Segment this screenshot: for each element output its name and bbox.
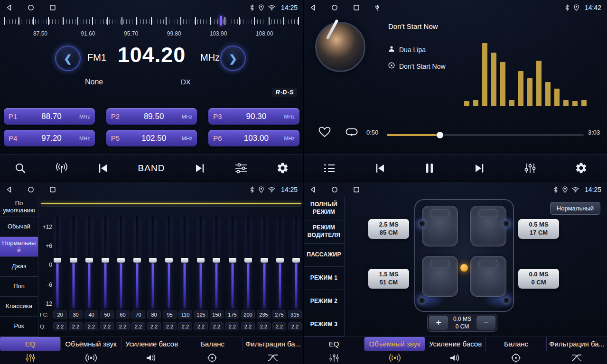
eq-preset-rock[interactable]: Рок bbox=[0, 317, 38, 337]
settings-gear-icon[interactable] bbox=[276, 162, 289, 174]
tab-filter[interactable]: Фильтрация ба... bbox=[243, 337, 303, 351]
back-icon[interactable] bbox=[6, 4, 12, 11]
preset-button-p2[interactable]: P289.50MHz bbox=[106, 108, 197, 125]
tab-bass-boost[interactable]: Усиление басов bbox=[121, 337, 182, 351]
next-icon[interactable] bbox=[194, 163, 206, 173]
pause-icon[interactable] bbox=[425, 163, 434, 174]
eq-band-slider[interactable] bbox=[180, 216, 189, 308]
bass-boost-icon[interactable] bbox=[121, 353, 182, 363]
home-icon[interactable] bbox=[28, 4, 34, 11]
tab-eq[interactable]: EQ bbox=[304, 337, 364, 351]
eq-icon[interactable] bbox=[304, 353, 364, 363]
eq-band-slider[interactable] bbox=[117, 216, 125, 308]
eq-band-slider[interactable] bbox=[101, 216, 110, 308]
next-icon[interactable] bbox=[473, 163, 486, 173]
back-icon[interactable] bbox=[6, 186, 12, 193]
preset-button-p6[interactable]: P6103.00MHz bbox=[208, 130, 299, 146]
search-icon[interactable] bbox=[14, 162, 27, 174]
home-icon[interactable] bbox=[331, 186, 338, 193]
back-icon[interactable] bbox=[309, 186, 316, 193]
recents-icon[interactable] bbox=[353, 4, 360, 11]
equalizer-icon[interactable] bbox=[234, 163, 248, 174]
preset-label: P6 bbox=[213, 134, 228, 142]
delay-rear-right[interactable]: 0.0 MS 0 CM bbox=[518, 269, 559, 289]
eq-band-slider[interactable] bbox=[133, 216, 141, 308]
frequency-unit: MHz bbox=[200, 52, 220, 63]
settings-gear-icon[interactable] bbox=[575, 162, 588, 174]
eq-preset-jazz[interactable]: Джаз bbox=[0, 257, 38, 277]
eq-band-slider[interactable] bbox=[149, 216, 157, 308]
previous-icon[interactable] bbox=[374, 163, 386, 173]
preset-button-p5[interactable]: P5102.50MHz bbox=[106, 130, 197, 146]
filter-icon[interactable] bbox=[243, 353, 303, 363]
mode-driver[interactable]: РЕЖИМ ВОДИТЕЛЯ bbox=[304, 220, 344, 244]
eq-preset-pop[interactable]: Поп bbox=[0, 277, 38, 297]
frequency-scale[interactable] bbox=[4, 17, 299, 29]
delay-rear-left[interactable]: 1.5 MS 51 CM bbox=[368, 269, 409, 289]
eq-band-slider[interactable] bbox=[212, 216, 221, 308]
eq-preset-classic[interactable]: Классика bbox=[0, 297, 38, 317]
eq-preset-normal[interactable]: Нормальный bbox=[0, 237, 38, 257]
preset-button-p4[interactable]: P497.20MHz bbox=[4, 130, 95, 146]
elapsed-time: 0:50 bbox=[366, 129, 378, 136]
eq-preset-custom[interactable]: Обычай bbox=[0, 217, 38, 237]
mode-1[interactable]: РЕЖИМ 1 bbox=[304, 267, 344, 290]
preset-label: P4 bbox=[9, 134, 24, 142]
broadcast-scan-icon[interactable] bbox=[55, 163, 68, 174]
progress-thumb[interactable] bbox=[437, 132, 443, 138]
eq-band-slider[interactable] bbox=[85, 216, 93, 308]
mode-2[interactable]: РЕЖИМ 2 bbox=[304, 290, 344, 313]
tab-eq[interactable]: EQ bbox=[0, 337, 61, 351]
surround-icon[interactable] bbox=[61, 353, 121, 363]
repeat-icon[interactable] bbox=[345, 127, 359, 139]
tune-up-button[interactable]: ❯ bbox=[220, 46, 246, 71]
eq-band-slider[interactable] bbox=[165, 216, 173, 308]
scale-label: 99.80 bbox=[167, 30, 181, 37]
tab-surround[interactable]: Объёмный звук bbox=[364, 337, 425, 351]
preset-button-p1[interactable]: P188.70MHz bbox=[4, 108, 95, 125]
mode-passenger[interactable]: ПАССАЖИР bbox=[304, 244, 344, 267]
eq-icon[interactable] bbox=[0, 353, 61, 363]
increase-delay-button[interactable]: + bbox=[429, 316, 448, 330]
eq-band-slider[interactable] bbox=[53, 216, 62, 308]
surround-icon[interactable] bbox=[364, 353, 425, 363]
eq-band-slider[interactable] bbox=[260, 216, 269, 308]
tab-bass-boost[interactable]: Усиление басов bbox=[425, 337, 486, 351]
favorite-heart-icon[interactable] bbox=[318, 126, 331, 140]
eq-band-slider[interactable] bbox=[228, 216, 237, 308]
balance-icon[interactable] bbox=[182, 353, 243, 363]
progress-bar[interactable] bbox=[387, 134, 584, 136]
balance-icon[interactable] bbox=[486, 353, 546, 363]
playlist-icon[interactable] bbox=[323, 163, 336, 173]
recents-icon[interactable] bbox=[49, 186, 56, 193]
filter-icon[interactable] bbox=[546, 353, 607, 363]
recents-icon[interactable] bbox=[353, 186, 360, 193]
eq-band-slider[interactable] bbox=[69, 216, 78, 308]
listening-position-dot[interactable] bbox=[460, 264, 468, 272]
mixer-icon[interactable] bbox=[524, 163, 536, 174]
previous-icon[interactable] bbox=[97, 163, 109, 173]
eq-band-slider[interactable] bbox=[292, 216, 300, 308]
tab-balance[interactable]: Баланс bbox=[182, 337, 243, 351]
delay-front-right[interactable]: 0.5 MS 17 CM bbox=[518, 219, 559, 239]
eq-band-slider[interactable] bbox=[196, 216, 205, 308]
tab-surround[interactable]: Объёмный звук bbox=[61, 337, 121, 351]
recents-icon[interactable] bbox=[49, 4, 56, 11]
home-icon[interactable] bbox=[331, 4, 338, 11]
sound-profile-button[interactable]: Нормальный bbox=[550, 202, 600, 215]
bass-boost-icon[interactable] bbox=[425, 353, 486, 363]
tune-down-button[interactable]: ❮ bbox=[55, 46, 81, 71]
tab-filter[interactable]: Фильтрация ба... bbox=[547, 337, 607, 351]
home-icon[interactable] bbox=[28, 186, 34, 193]
eq-band-slider[interactable] bbox=[244, 216, 252, 308]
mode-3[interactable]: РЕЖИМ 3 bbox=[304, 313, 344, 337]
eq-band-slider[interactable] bbox=[276, 216, 284, 308]
delay-front-left[interactable]: 2.5 MS 85 CM bbox=[368, 219, 409, 239]
eq-preset-default[interactable]: По умолчанию bbox=[0, 197, 38, 217]
mode-full[interactable]: ПОЛНЫЙ РЕЖИМ bbox=[304, 197, 344, 220]
back-icon[interactable] bbox=[309, 4, 316, 11]
decrease-delay-button[interactable]: − bbox=[476, 316, 495, 330]
band-button[interactable]: BAND bbox=[138, 163, 165, 173]
preset-button-p3[interactable]: P390.30MHz bbox=[208, 108, 299, 125]
tab-balance[interactable]: Баланс bbox=[486, 337, 547, 351]
